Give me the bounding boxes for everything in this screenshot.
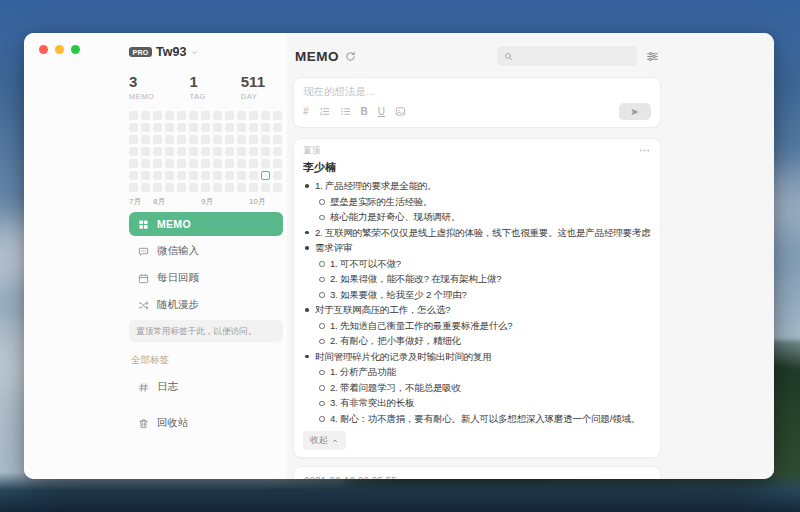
sidebar-item-trash[interactable]: 回收站 [129,411,283,435]
heatmap-cell [213,147,222,156]
page-title: MEMO [295,49,339,64]
heatmap-cell [177,123,186,132]
shuffle-icon [138,300,149,311]
heatmap-cell [201,171,210,180]
filter-sliders-icon[interactable] [646,50,659,63]
composer-card: #BU [293,77,661,128]
heatmap-cell [141,183,150,192]
heatmap-cell [201,183,210,192]
stat-tag: 1TAG [189,73,205,101]
heatmap-cell [249,183,258,192]
sidebar-item-wechat-input[interactable]: 微信输入 [129,239,283,263]
heatmap-cell [225,183,234,192]
sidebar-item-memo[interactable]: MEMO [129,212,283,236]
heatmap-cell [213,123,222,132]
image-tool[interactable] [395,106,406,118]
heatmap-cell [237,159,246,168]
heatmap-cell [225,159,234,168]
more-menu-icon[interactable] [637,475,650,479]
heatmap-cell [189,123,198,132]
sidebar-item-label: 日志 [157,380,178,394]
month-label: 10月 [249,196,266,207]
heatmap-cell [237,123,246,132]
main-area: MEMO #BU [287,33,774,479]
bold-tool[interactable]: B [361,106,368,118]
wechat-icon [138,246,149,257]
heatmap-cell [261,147,270,156]
heatmap-cell [189,183,198,192]
memo-bullet: 2. 互联网的繁荣不仅仅是线上虚拟的体验，线下也很重要。这也是产品经理要考虑 [303,225,651,241]
sidebar-item-journal[interactable]: 日志 [129,375,283,399]
ordered-list-tool[interactable] [319,106,330,118]
heatmap-cell [249,123,258,132]
next-memo-card: 2021-06-10 00:05:55 [293,466,661,479]
heatmap-cell [129,171,138,180]
send-icon [630,107,640,117]
minimize-button[interactable] [55,45,64,54]
heatmap-cell [165,183,174,192]
close-button[interactable] [39,45,48,54]
heatmap-cell [213,135,222,144]
heatmap-cell [177,183,186,192]
stat-memo: 3MEMO [129,73,154,101]
heatmap-cell [189,159,198,168]
sidebar-item-label: 回收站 [157,416,189,430]
grid-icon [138,219,149,230]
heatmap-cell [225,135,234,144]
heatmap-cell [225,147,234,156]
search-icon [504,52,513,61]
sidebar-item-random-walk[interactable]: 随机漫步 [129,293,283,317]
tag-tool[interactable]: # [303,106,309,118]
sidebar-item-label: 随机漫步 [157,298,199,312]
memo-sub-bullet: 2. 有耐心，把小事做好，精细化 [303,333,651,349]
heatmap-cell [261,171,270,180]
heatmap-cell [261,135,270,144]
heatmap-cell [249,135,258,144]
unordered-list-tool[interactable] [340,106,351,118]
more-menu-icon[interactable] [638,144,651,157]
memo-input[interactable] [303,85,651,97]
sidebar-item-label: MEMO [157,218,191,230]
heatmap-cell [153,147,162,156]
heatmap-cell [273,159,282,168]
heatmap-cell [201,111,210,120]
heatmap-cell [129,135,138,144]
zoom-button[interactable] [71,45,80,54]
stat-day: 511DAY [241,73,265,101]
desktop-wallpaper: PRO Tw93 3MEMO1TAG511DAY 7月8月9月10月 MEMO微… [0,0,800,512]
trash-icon [138,418,149,429]
search-box[interactable] [497,46,637,66]
heatmap-cell [141,111,150,120]
heatmap-cell [273,135,282,144]
search-input[interactable] [518,51,628,62]
month-label: 9月 [201,196,213,207]
pin-tags-hint: 置顶常用标签于此，以便访问。 [129,320,283,342]
memo-sub-bullet: 1. 分析产品功能 [303,364,651,380]
sidebar-item-daily-review[interactable]: 每日回顾 [129,266,283,290]
memo-sub-bullet: 3. 如果要做，给我至少 2 个理由? [303,287,651,303]
user-menu[interactable]: PRO Tw93 [129,43,283,61]
memo-card: 置顶 李少楠 1. 产品经理的要求是全能的。壁垒是实际的生活经验。核心能力是好奇… [293,138,661,458]
collapse-button[interactable]: 收起 [303,431,346,450]
memo-sub-bullet: 核心能力是好奇心、现场调研。 [303,209,651,225]
heatmap-cell [273,147,282,156]
sidebar-item-label: 微信输入 [157,244,199,258]
month-label: 8月 [153,196,165,207]
underline-tool[interactable]: U [378,106,385,118]
heatmap-cell [261,183,270,192]
heatmap-cell [165,147,174,156]
memo-title: 李少楠 [303,160,651,175]
stats-row: 3MEMO1TAG511DAY [129,73,283,101]
heatmap-cell [213,171,222,180]
heatmap-cell [153,171,162,180]
heatmap-cell [177,159,186,168]
heatmap-cell [189,147,198,156]
send-button[interactable] [619,103,651,120]
memo-bullet: 对于互联网高压的工作，怎么选? [303,302,651,318]
heatmap-month-labels: 7月8月9月10月 [129,196,283,208]
refresh-icon[interactable] [345,51,356,62]
heatmap-cell [153,111,162,120]
heatmap-cell [165,135,174,144]
composer-toolbar: #BU [303,106,406,118]
user-name: Tw93 [156,45,186,59]
